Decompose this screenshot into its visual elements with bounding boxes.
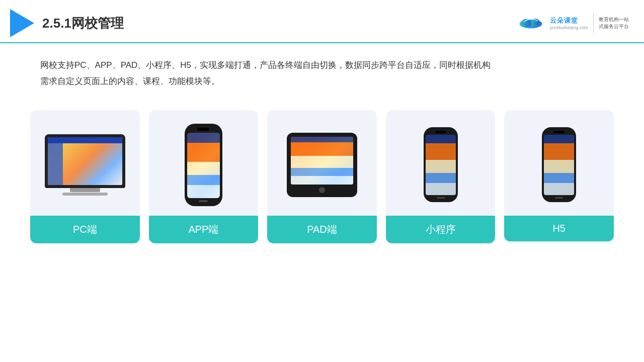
- card-mini-program: 小程序: [386, 110, 496, 243]
- card-h5: H5: [504, 110, 614, 243]
- card-app-label: APP端: [149, 216, 259, 243]
- mini-phone-screen-2: [544, 135, 574, 195]
- header-left: 2.5.1网校管理: [10, 9, 124, 37]
- card-app: APP端: [149, 110, 259, 243]
- pc-screen-outer: [45, 134, 125, 188]
- tablet-screen: [291, 137, 353, 185]
- brand-url: yunduoketang.com: [550, 25, 588, 30]
- phone-outer: [185, 124, 222, 206]
- pc-sidebar: [48, 143, 63, 185]
- pc-screen-content: [48, 137, 122, 185]
- card-app-image: [149, 110, 259, 216]
- pc-main: [63, 143, 122, 185]
- pc-mockup: [45, 134, 125, 196]
- card-mini-program-image: [386, 110, 496, 216]
- card-pc-label: PC端: [30, 216, 140, 243]
- page-title: 2.5.1网校管理: [42, 15, 124, 32]
- card-pad-image: [267, 110, 377, 216]
- card-pad: PAD端: [267, 110, 377, 243]
- pc-stand: [70, 188, 100, 192]
- brand-divider: [593, 13, 594, 33]
- description-text: 网校支持PC、APP、PAD、小程序、H5，实现多端打通，产品各终端自由切换，数…: [0, 43, 644, 100]
- mini-phone-mockup-2: [542, 127, 576, 202]
- phone-screen: [187, 133, 220, 198]
- mini-phone-screen-1: [426, 135, 456, 195]
- pc-screen-inner: [48, 137, 122, 185]
- brand-slogan: 教育机构一站式服务云平台: [599, 16, 629, 30]
- brand-name: 云朵课堂: [550, 16, 588, 25]
- mini-phone-notch-1: [435, 131, 446, 133]
- tablet-screen-inner: [291, 137, 353, 185]
- tablet-outer: [287, 133, 357, 197]
- tablet-home-button: [319, 187, 325, 193]
- tablet-mockup: [287, 133, 357, 197]
- mini-phone-home-2: [555, 197, 563, 199]
- phone-mockup: [185, 124, 222, 206]
- header: 2.5.1网校管理 云朵课堂 yunduoketang.com 教育机: [0, 0, 644, 43]
- phone-notch: [197, 128, 209, 131]
- card-h5-label: H5: [504, 216, 614, 241]
- mini-phone-home-1: [437, 197, 445, 199]
- description-line2: 需求自定义页面上的内容、课程、功能模块等。: [40, 76, 220, 86]
- mini-phone-notch-2: [553, 131, 565, 133]
- card-mini-label: 小程序: [386, 216, 496, 243]
- card-pc: PC端: [30, 110, 140, 243]
- logo-triangle-icon: [10, 9, 34, 37]
- pc-body: [48, 143, 122, 185]
- phone-home-button: [199, 200, 208, 202]
- description-line1: 网校支持PC、APP、PAD、小程序、H5，实现多端打通，产品各终端自由切换，数…: [40, 60, 491, 70]
- header-right: 云朵课堂 yunduoketang.com 教育机构一站式服务云平台: [516, 13, 629, 33]
- brand-info: 云朵课堂 yunduoketang.com 教育机构一站式服务云平台: [550, 13, 629, 33]
- card-pc-image: [30, 110, 140, 216]
- phone-screen-inner: [187, 133, 220, 198]
- mini-phone-outer-2: [542, 127, 576, 202]
- cards-section: PC端 APP端: [0, 100, 644, 258]
- mini-phone-mockup-1: [424, 127, 458, 202]
- pc-nav-bar: [48, 137, 122, 143]
- pc-base: [62, 193, 108, 196]
- mini-phone-outer-1: [424, 127, 458, 202]
- card-pad-label: PAD端: [267, 216, 377, 243]
- cloud-logo-icon: [516, 16, 546, 31]
- card-h5-image: [504, 110, 614, 216]
